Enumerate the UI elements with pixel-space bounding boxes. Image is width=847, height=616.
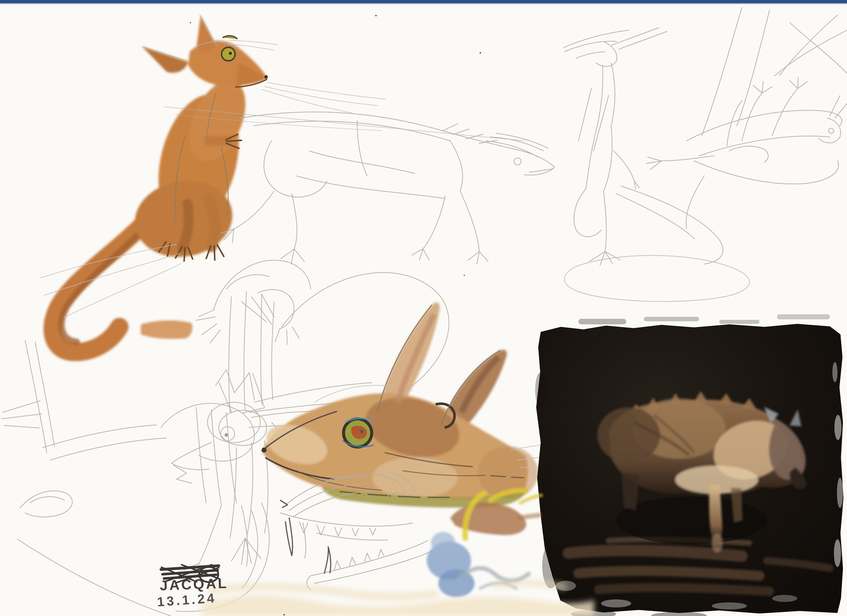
signature-text: JACQAL — [159, 575, 228, 593]
scanner-edge-strip — [0, 0, 847, 3]
dark-hyena-painting — [535, 314, 844, 616]
sketchbook-page: JACQAL 13.1.24 — [0, 0, 847, 616]
scanner-edge-strip-shadow — [0, 3, 847, 4]
